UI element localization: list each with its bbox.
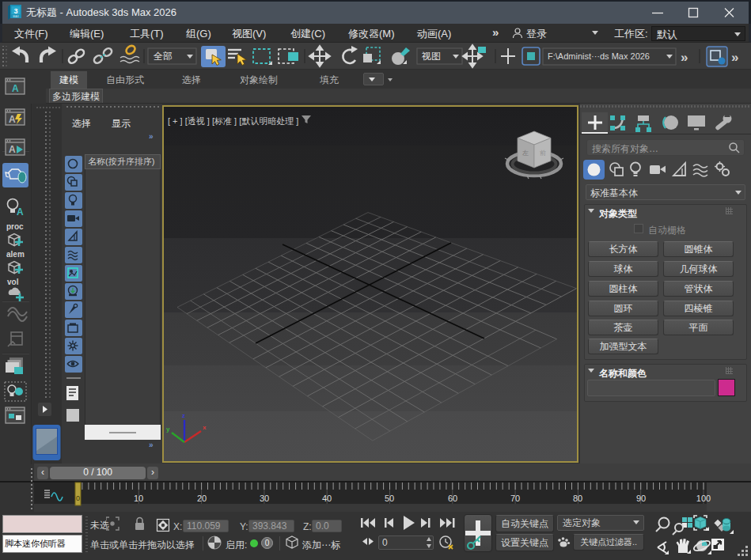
- svg-text:A: A: [9, 144, 16, 155]
- svg-text:20: 20: [197, 494, 207, 503]
- svg-text:vol: vol: [7, 278, 19, 286]
- svg-text:前: 前: [540, 149, 546, 157]
- svg-text:»: »: [731, 50, 738, 65]
- svg-text:MAX: MAX: [13, 15, 19, 18]
- svg-text:A: A: [12, 83, 19, 94]
- svg-text:A: A: [17, 206, 24, 218]
- svg-text:全部: 全部: [154, 51, 173, 62]
- svg-text:z: z: [182, 412, 185, 419]
- svg-text:3: 3: [13, 7, 17, 15]
- svg-text:视图: 视图: [421, 51, 441, 62]
- svg-text:0: 0: [76, 494, 80, 502]
- svg-text:70: 70: [510, 494, 520, 503]
- svg-text:proc: proc: [6, 222, 24, 231]
- svg-text:60: 60: [448, 494, 457, 503]
- svg-text:30: 30: [260, 494, 269, 503]
- svg-text:80: 80: [573, 494, 582, 503]
- svg-text:10: 10: [134, 494, 143, 503]
- svg-text:90: 90: [636, 494, 646, 503]
- svg-text:A: A: [9, 114, 16, 125]
- svg-text:F:\Administ···ds Max 2026: F:\Administ···ds Max 2026: [548, 51, 650, 61]
- svg-text:»: »: [681, 50, 688, 65]
- svg-text:x: x: [203, 424, 207, 431]
- svg-text:40: 40: [322, 494, 332, 503]
- svg-text:alem: alem: [6, 250, 25, 259]
- svg-text:50: 50: [385, 494, 394, 503]
- svg-text:y: y: [166, 426, 170, 433]
- svg-text:100: 100: [696, 494, 711, 503]
- svg-text:左: 左: [522, 149, 529, 157]
